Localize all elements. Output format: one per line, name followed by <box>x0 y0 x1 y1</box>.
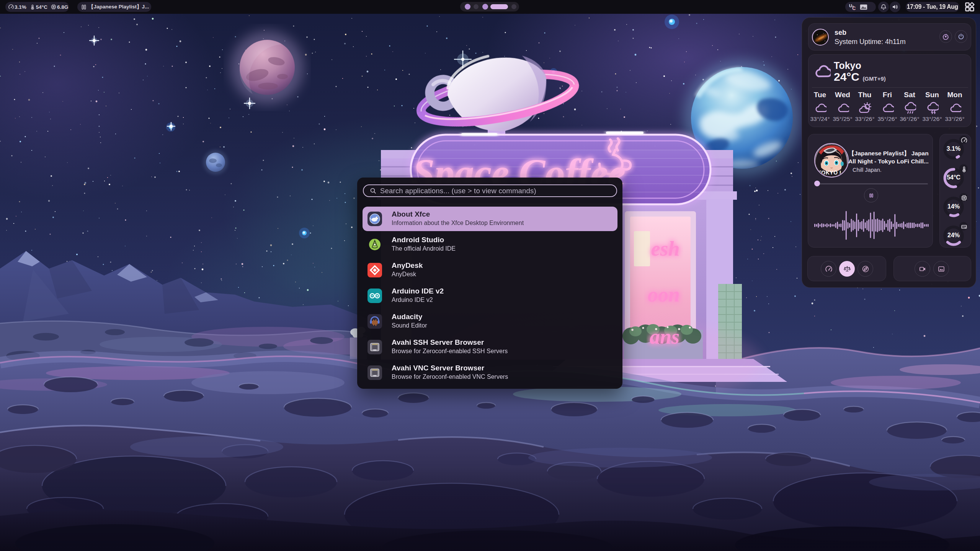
svg-text:TOKYO LO: TOKYO LO <box>818 170 848 176</box>
svg-text:esh: esh <box>651 237 679 260</box>
svg-text:oon: oon <box>648 283 680 306</box>
